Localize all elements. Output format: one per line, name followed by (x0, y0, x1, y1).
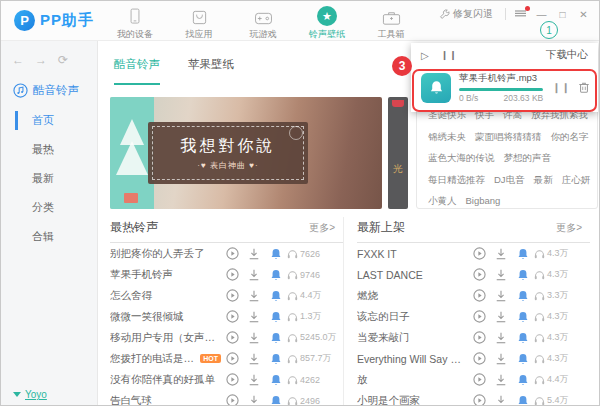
nav-tab-my-device[interactable]: 我的设备 (103, 4, 167, 41)
ringtone-row[interactable]: 苹果手机铃声9746 (110, 264, 343, 285)
repair-crash-button[interactable]: 修复闪退 (439, 7, 493, 21)
set-ringtone-icon[interactable] (265, 332, 287, 344)
ringtone-row[interactable]: 燃烧3.3万 (357, 285, 590, 306)
pause-all-button[interactable]: ❙❙ (441, 50, 458, 60)
play-icon[interactable] (468, 247, 490, 260)
sidebar-item-home[interactable]: 首页 (1, 106, 97, 135)
download-icon[interactable] (243, 311, 265, 323)
tag-link[interactable]: 最新 (534, 174, 553, 187)
tag-link[interactable]: DJ电音 (494, 174, 525, 187)
set-ringtone-icon[interactable] (512, 353, 534, 365)
ringtone-row[interactable]: 微微一笑很倾城1.3万 (110, 306, 343, 327)
yoyo-assistant[interactable]: Yoyo (13, 389, 47, 400)
download-count-badge[interactable]: 1 (540, 21, 558, 39)
set-ringtone-icon[interactable] (512, 332, 534, 344)
back-button[interactable]: ← (12, 53, 24, 67)
nav-tab-ringtones-wallpapers[interactable]: ★ 铃声壁纸 (295, 4, 359, 41)
download-icon[interactable] (490, 311, 512, 323)
set-ringtone-icon[interactable] (512, 269, 534, 281)
play-icon[interactable] (468, 289, 490, 302)
play-icon[interactable] (221, 331, 243, 344)
set-ringtone-icon[interactable] (265, 269, 287, 281)
set-ringtone-icon[interactable] (512, 290, 534, 302)
play-icon[interactable] (221, 352, 243, 365)
ringtone-row[interactable]: 怎么舍得4.4万 (110, 285, 343, 306)
download-icon[interactable] (243, 248, 265, 260)
set-ringtone-icon[interactable] (512, 311, 534, 323)
play-icon[interactable] (468, 331, 490, 344)
trash-icon[interactable] (578, 81, 590, 94)
play-icon[interactable] (468, 268, 490, 281)
ringtone-row[interactable]: 当爱来敲门4.3万 (357, 327, 590, 348)
play-icon[interactable] (221, 247, 243, 260)
tag-link[interactable]: 梦想的声音 (504, 152, 552, 165)
sidebar-section-cool-ringtones[interactable]: 酷音铃声 (13, 83, 97, 98)
download-icon[interactable] (490, 374, 512, 386)
set-ringtone-icon[interactable] (265, 290, 287, 302)
play-icon[interactable] (221, 289, 243, 302)
sidebar-item-collections[interactable]: 合辑 (1, 222, 97, 251)
nav-tab-find-apps[interactable]: 找应用 (167, 4, 231, 41)
menu-icon[interactable] (512, 6, 530, 22)
nav-tab-play-games[interactable]: 玩游戏 (231, 4, 295, 41)
download-center-link[interactable]: 下载中心 (546, 48, 588, 62)
nav-tab-toolbox[interactable]: 工具箱 (359, 4, 423, 41)
tag-link[interactable]: 你的名字 (551, 131, 589, 144)
tag-link[interactable]: 蒙面唱将猜猜猜 (475, 131, 542, 144)
play-icon[interactable] (221, 310, 243, 323)
play-icon[interactable] (221, 373, 243, 386)
play-icon[interactable] (221, 268, 243, 281)
ringtone-row[interactable]: 没有你陪伴真的好孤单4262 (110, 369, 343, 390)
play-icon[interactable] (468, 373, 490, 386)
app-logo[interactable]: P PP助手 (14, 10, 94, 31)
set-ringtone-icon[interactable] (265, 374, 287, 386)
tag-link[interactable]: Bigbang (466, 195, 501, 208)
download-icon[interactable] (243, 269, 265, 281)
set-ringtone-icon[interactable] (265, 248, 287, 260)
refresh-button[interactable]: ⟳ (58, 53, 68, 67)
download-icon[interactable] (243, 395, 265, 406)
forward-button[interactable]: → (35, 53, 47, 67)
hot-more-link[interactable]: 更多> (309, 221, 335, 235)
ringtone-row[interactable]: 别把疼你的人弄丢了7626 (110, 243, 343, 264)
download-item[interactable]: 苹果手机铃声.mp3 0 B/s 203.63 KB ❙❙ (411, 67, 598, 105)
ringtone-row[interactable]: Everything Will Say Go...4.3万 (357, 348, 590, 369)
download-icon[interactable] (490, 395, 512, 406)
download-icon[interactable] (243, 374, 265, 386)
tag-link[interactable]: 每日精选推荐 (428, 174, 485, 187)
ringtone-row[interactable]: 您拨打的电话是空号HOT857.7万 (110, 348, 343, 369)
download-icon[interactable] (490, 269, 512, 281)
tag-link[interactable]: 庄心妍 (562, 174, 591, 187)
tab-apple-wallpapers[interactable]: 苹果壁纸 (188, 57, 234, 85)
ringtone-row[interactable]: FXXK IT4.3万 (357, 243, 590, 264)
sidebar-item-categories[interactable]: 分类 (1, 193, 97, 222)
ringtone-row[interactable]: 移动用户专用（女声版）5245.0万 (110, 327, 343, 348)
tag-link[interactable]: 小黄人 (428, 195, 457, 208)
ringtone-row[interactable]: 该忘的日子4.3万 (357, 306, 590, 327)
next-banner-peek[interactable]: 光 (388, 97, 408, 209)
set-ringtone-icon[interactable] (512, 374, 534, 386)
pause-download-button[interactable]: ❙❙ (552, 82, 571, 93)
set-ringtone-icon[interactable] (512, 248, 534, 260)
maximize-button[interactable]: □ (553, 6, 572, 22)
tag-link[interactable]: 锦绣未央 (428, 131, 466, 144)
promo-banner[interactable]: 我想對你說 ·♥ 表白神曲 ♥· (110, 97, 382, 209)
ringtone-row[interactable]: 放4.4万 (357, 369, 590, 390)
resume-all-button[interactable]: ▷ (421, 50, 429, 61)
ringtone-row[interactable]: 告白气球2496 (110, 390, 343, 405)
set-ringtone-icon[interactable] (512, 395, 534, 406)
play-icon[interactable] (221, 394, 243, 405)
tag-link[interactable]: 蓝色大海的传说 (428, 152, 495, 165)
set-ringtone-icon[interactable] (265, 353, 287, 365)
set-ringtone-icon[interactable] (265, 395, 287, 406)
minimize-button[interactable]: — (532, 6, 551, 22)
download-icon[interactable] (490, 248, 512, 260)
ringtone-row[interactable]: 小明是个画家5.4万 (357, 390, 590, 405)
download-icon[interactable] (243, 353, 265, 365)
download-icon[interactable] (490, 332, 512, 344)
set-ringtone-icon[interactable] (265, 311, 287, 323)
download-icon[interactable] (490, 290, 512, 302)
download-icon[interactable] (243, 290, 265, 302)
play-icon[interactable] (468, 352, 490, 365)
new-more-link[interactable]: 更多> (556, 221, 582, 235)
